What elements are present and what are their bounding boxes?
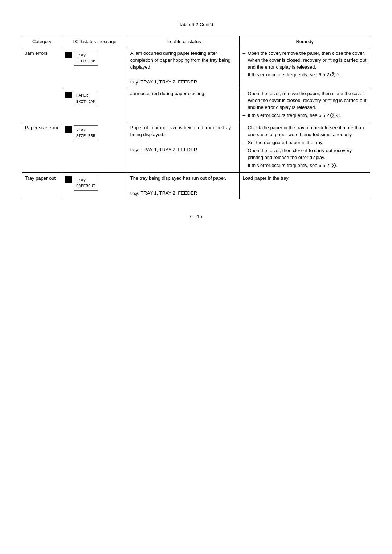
trouble-cell-size-err: Paper of improper size is being fed from… [127, 122, 240, 172]
circle-3: 3 [331, 163, 336, 168]
lcd-icon [65, 52, 72, 58]
remedy-cell-paperout: Load paper in the tray. [240, 172, 370, 199]
lcd-cell-paperout: tray PAPEROUT [62, 172, 127, 199]
trouble-text: Jam occurred during paper ejecting. [130, 90, 237, 97]
remedy-item: If this error occurs frequently, see 6.5… [242, 112, 367, 119]
lcd-cell-feed-jam: tray FEED JAM [62, 48, 127, 88]
trouble-text: Paper of improper size is being fed from… [130, 125, 237, 138]
tray-info: tray: TRAY 1, TRAY 2, FEEDER [130, 79, 237, 86]
remedy-list: Open the cover, remove the paper, then c… [242, 50, 367, 78]
header-lcd: LCD status message [62, 36, 127, 48]
table-title: Table 6-2 Cont'd [15, 22, 377, 27]
table-row: Tray paper out tray PAPEROUT The tray be… [22, 172, 370, 199]
trouble-cell-feed-jam: A jam occurred during paper feeding afte… [127, 48, 240, 88]
remedy-item: Check the paper in the tray or check to … [242, 125, 367, 138]
circle-2: 2 [330, 113, 335, 118]
category-cell-jam: Jam errors [22, 48, 62, 122]
lcd-display-size-err: tray SIZE ERR [74, 125, 98, 140]
table-row: PAPER EXIT JAM Jam occurred during paper… [22, 88, 370, 122]
lcd-cell-size-err: tray SIZE ERR [62, 122, 127, 172]
table-row: Jam errors tray FEED JAM A jam occurred … [22, 48, 370, 88]
trouble-cell-exit-jam: Jam occurred during paper ejecting. [127, 88, 240, 122]
trouble-text: A jam occurred during paper feeding afte… [130, 50, 237, 71]
remedy-cell-size-err: Check the paper in the tray or check to … [240, 122, 370, 172]
lcd-cell-exit-jam: PAPER EXIT JAM [62, 88, 127, 122]
circle-2: 2 [330, 72, 335, 77]
header-category: Category [22, 36, 62, 48]
category-cell-paperout: Tray paper out [22, 172, 62, 199]
remedy-item: If this error occurs frequently, see 6.5… [242, 72, 367, 78]
lcd-display-feed-jam: tray FEED JAM [74, 51, 98, 66]
remedy-item: Set the designated paper in the tray. [242, 139, 367, 146]
remedy-list: Check the paper in the tray or check to … [242, 125, 367, 169]
remedy-cell-feed-jam: Open the cover, remove the paper, then c… [240, 48, 370, 88]
remedy-item: Open the cover, remove the paper, then c… [242, 50, 367, 71]
lcd-icon [65, 126, 72, 133]
remedy-item: Open the cover, then close it to carry o… [242, 147, 367, 161]
lcd-icon [65, 92, 72, 98]
header-remedy: Remedy [240, 36, 370, 48]
remedy-item: Open the cover, remove the paper, then c… [242, 90, 367, 111]
table-row: Paper size error tray SIZE ERR Paper of … [22, 122, 370, 172]
remedy-cell-exit-jam: Open the cover, remove the paper, then c… [240, 88, 370, 122]
lcd-icon [65, 176, 72, 183]
lcd-display-paperout: tray PAPEROUT [74, 176, 98, 191]
lcd-display-exit-jam: PAPER EXIT JAM [74, 91, 98, 106]
tray-info: tray: TRAY 1, TRAY 2, FEEDER [130, 190, 237, 197]
trouble-text: The tray being displayed has run out of … [130, 175, 237, 182]
category-cell-size: Paper size error [22, 122, 62, 172]
error-table: Category LCD status message Trouble or s… [22, 36, 370, 199]
remedy-text: Load paper in the tray. [242, 175, 367, 182]
trouble-cell-paperout: The tray being displayed has run out of … [127, 172, 240, 199]
tray-info: tray: TRAY 1, TRAY 2, FEEDER [130, 147, 237, 154]
page-footer: 6 - 15 [190, 214, 202, 219]
remedy-list: Open the cover, remove the paper, then c… [242, 90, 367, 119]
header-trouble: Trouble or status [127, 36, 240, 48]
remedy-item: If this error occurs frequently, see 6.5… [242, 162, 367, 169]
